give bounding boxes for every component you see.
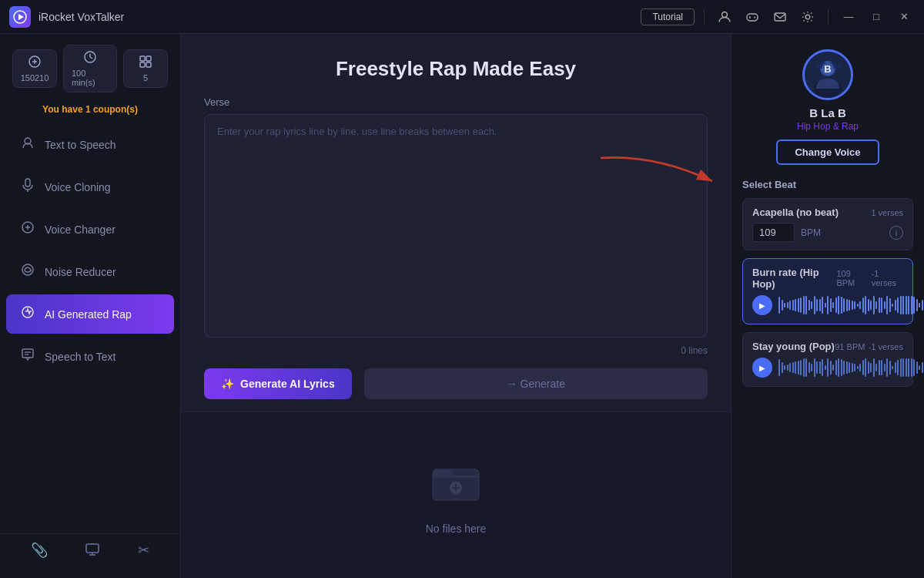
coupon-text: You have 1 coupon(s) xyxy=(42,104,138,115)
app-title: iRocket VoxTalker xyxy=(38,11,124,23)
count-value: 5 xyxy=(143,73,148,82)
beat-meta-burn-rate: 109 BPM xyxy=(836,269,868,287)
artist-name: B La B xyxy=(809,106,846,119)
empty-folder-icon xyxy=(429,455,483,515)
sidebar-label-text-to-speech: Text to Speech xyxy=(45,139,116,151)
tutorial-button[interactable]: Tutorial xyxy=(641,8,695,25)
svg-rect-14 xyxy=(140,62,145,67)
text-to-speech-icon xyxy=(20,135,35,154)
sidebar-item-ai-generated-rap[interactable]: AI Generated Rap xyxy=(6,294,174,334)
beat-header-acapella: Acapella (no beat) 1 verses xyxy=(752,207,903,218)
sidebar-item-speech-to-text[interactable]: Speech to Text xyxy=(6,337,174,376)
generate-lyrics-button[interactable]: ✨ Generate AI Lyrics xyxy=(204,368,352,399)
minutes-value: 100 min(s) xyxy=(72,69,109,87)
noise-reducer-icon xyxy=(20,262,35,281)
svg-rect-8 xyxy=(775,13,785,21)
beat-item-acapella[interactable]: Acapella (no beat) 1 verses BPM i xyxy=(742,198,913,250)
sidebar-item-voice-changer[interactable]: Voice Changer xyxy=(6,210,174,249)
page-title: Freestyle Rap Made Easy xyxy=(204,57,708,81)
beat-item-stay-young[interactable]: Stay young (Pop) 91 BPM -1 verses ▶ xyxy=(742,332,913,387)
lines-count: 0 lines xyxy=(204,345,708,356)
close-button[interactable]: ✕ xyxy=(893,6,915,28)
generate-button[interactable]: → Generate xyxy=(364,368,708,399)
beat-name-stay-young: Stay young (Pop) xyxy=(752,341,835,352)
waveform-row-stay-young: ▶ xyxy=(752,357,903,378)
svg-rect-13 xyxy=(146,56,151,61)
svg-point-9 xyxy=(805,15,810,19)
content-area: Freestyle Rap Made Easy Verse 0 lines ✨ … xyxy=(181,34,732,578)
svg-rect-15 xyxy=(146,62,151,67)
voice-cloning-icon xyxy=(20,177,35,197)
sidebar-item-voice-cloning[interactable]: Voice Cloning xyxy=(6,167,174,207)
svg-point-2 xyxy=(722,12,728,17)
waveform-burn-rate xyxy=(778,294,924,316)
change-voice-button[interactable]: Change Voice xyxy=(776,139,879,165)
bpm-label-acapella: BPM xyxy=(801,227,821,238)
user-icon[interactable] xyxy=(714,6,735,28)
scissors-icon[interactable]: ✂ xyxy=(138,542,149,561)
maximize-button[interactable]: □ xyxy=(865,6,887,28)
beat-name-burn-rate: Burn rate (Hip Hop) xyxy=(752,267,836,290)
svg-point-20 xyxy=(22,264,33,275)
beat-item-burn-rate[interactable]: Burn rate (Hip Hop) 109 BPM -1 verses ▶ xyxy=(742,258,913,324)
files-section: No files here xyxy=(181,412,731,578)
stat-credits: 150210 xyxy=(12,49,57,88)
right-panel: B B La B Hip Hop & Rap Change Voice Sele… xyxy=(732,34,924,578)
verse-textarea[interactable] xyxy=(204,114,708,338)
controller-icon[interactable] xyxy=(742,6,763,28)
artist-genre: Hip Hop & Rap xyxy=(797,121,859,132)
sidebar-item-text-to-speech[interactable]: Text to Speech xyxy=(6,125,174,164)
beat-header-burn-rate: Burn rate (Hip Hop) 109 BPM -1 verses xyxy=(752,267,903,290)
count-icon xyxy=(139,55,152,72)
artist-section: B B La B Hip Hop & Rap Change Voice xyxy=(742,49,913,165)
artist-avatar: B xyxy=(802,49,853,100)
sidebar-label-voice-cloning: Voice Cloning xyxy=(45,181,111,193)
svg-marker-1 xyxy=(18,14,24,20)
sidebar-label-voice-changer: Voice Changer xyxy=(45,223,116,236)
waveform-stay-young xyxy=(778,357,924,378)
sidebar-label-speech-to-text: Speech to Text xyxy=(45,351,116,363)
svg-rect-17 xyxy=(25,179,30,187)
stat-minutes: 100 min(s) xyxy=(63,45,117,92)
select-beat-label: Select Beat xyxy=(742,179,913,190)
verse-label: Verse xyxy=(204,96,708,108)
svg-rect-21 xyxy=(22,349,33,358)
ai-rap-icon xyxy=(20,304,35,324)
beat-verses-acapella: 1 verses xyxy=(871,208,903,217)
waveform-row-burn-rate: ▶ xyxy=(752,294,903,316)
sidebar-item-noise-reducer[interactable]: Noise Reducer xyxy=(6,252,174,291)
ai-sparkle-icon: ✨ xyxy=(221,378,234,390)
no-files-text: No files here xyxy=(426,523,487,535)
bpm-input-acapella[interactable] xyxy=(752,223,795,242)
minimize-button[interactable]: — xyxy=(838,6,859,28)
svg-text:B: B xyxy=(824,63,831,75)
titlebar: iRocket VoxTalker Tutorial — □ ✕ xyxy=(0,0,924,34)
beat-verses-burn-rate: -1 verses xyxy=(872,269,903,287)
verse-section: Verse 0 lines xyxy=(181,96,731,356)
app-logo xyxy=(9,6,31,28)
credits-icon xyxy=(28,55,42,72)
attachment-icon[interactable]: 📎 xyxy=(31,542,48,561)
voice-changer-icon xyxy=(20,220,35,239)
mail-icon[interactable] xyxy=(769,6,791,28)
settings-icon[interactable] xyxy=(797,6,819,28)
sidebar-stats: 150210 100 min(s) 5 xyxy=(0,34,180,99)
svg-rect-24 xyxy=(86,544,99,553)
sidebar-bottom-actions: 📎 ✂ xyxy=(0,533,180,569)
play-button-stay-young[interactable]: ▶ xyxy=(752,358,772,378)
sidebar: 150210 100 min(s) 5 You have 1 coupon(s) xyxy=(0,34,181,578)
titlebar-controls: Tutorial — □ ✕ xyxy=(641,6,915,28)
action-bar: ✨ Generate AI Lyrics → Generate xyxy=(181,356,731,412)
content-header: Freestyle Rap Made Easy xyxy=(181,34,731,96)
credits-value: 150210 xyxy=(21,73,49,82)
screen-icon[interactable] xyxy=(85,542,100,561)
main-layout: 150210 100 min(s) 5 You have 1 coupon(s) xyxy=(0,34,924,578)
bpm-info-icon[interactable]: i xyxy=(889,226,903,240)
coupon-bar: You have 1 coupon(s) xyxy=(0,99,180,123)
beat-meta-stay-young: 91 BPM xyxy=(835,342,865,351)
beat-header-stay-young: Stay young (Pop) 91 BPM -1 verses xyxy=(752,341,903,352)
beat-name-acapella: Acapella (no beat) xyxy=(752,207,839,218)
play-button-burn-rate[interactable]: ▶ xyxy=(752,295,772,315)
sidebar-label-ai-rap: AI Generated Rap xyxy=(45,308,132,321)
stat-count: 5 xyxy=(123,49,168,88)
